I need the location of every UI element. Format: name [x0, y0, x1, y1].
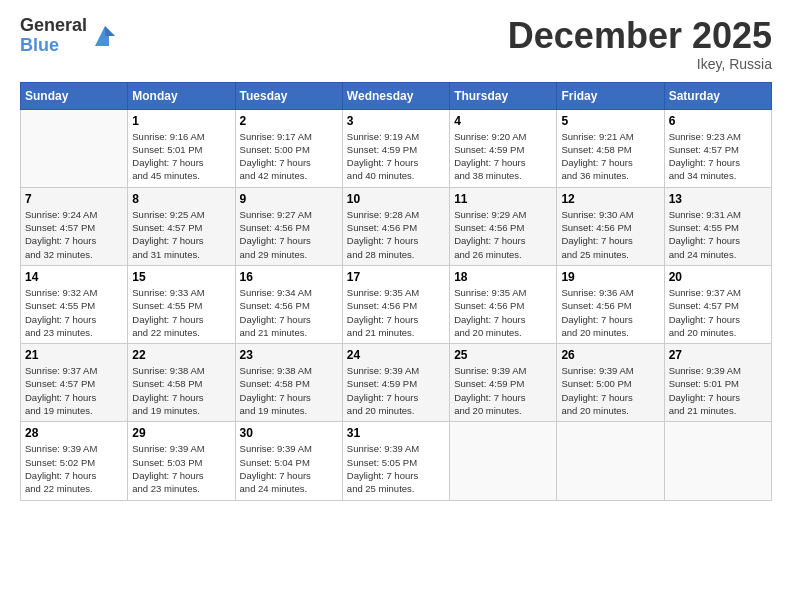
calendar-body: 1Sunrise: 9:16 AM Sunset: 5:01 PM Daylig…	[21, 109, 772, 500]
calendar-header: SundayMondayTuesdayWednesdayThursdayFrid…	[21, 82, 772, 109]
day-cell-15: 15Sunrise: 9:33 AM Sunset: 4:55 PM Dayli…	[128, 265, 235, 343]
day-info-27: Sunrise: 9:39 AM Sunset: 5:01 PM Dayligh…	[669, 364, 767, 417]
day-number-3: 3	[347, 114, 445, 128]
day-number-13: 13	[669, 192, 767, 206]
header-row: SundayMondayTuesdayWednesdayThursdayFrid…	[21, 82, 772, 109]
day-number-23: 23	[240, 348, 338, 362]
day-cell-6: 6Sunrise: 9:23 AM Sunset: 4:57 PM Daylig…	[664, 109, 771, 187]
day-info-24: Sunrise: 9:39 AM Sunset: 4:59 PM Dayligh…	[347, 364, 445, 417]
day-cell-11: 11Sunrise: 9:29 AM Sunset: 4:56 PM Dayli…	[450, 187, 557, 265]
day-number-1: 1	[132, 114, 230, 128]
empty-cell	[664, 422, 771, 500]
logo: General Blue	[20, 16, 119, 56]
day-cell-9: 9Sunrise: 9:27 AM Sunset: 4:56 PM Daylig…	[235, 187, 342, 265]
day-number-11: 11	[454, 192, 552, 206]
day-info-9: Sunrise: 9:27 AM Sunset: 4:56 PM Dayligh…	[240, 208, 338, 261]
day-cell-13: 13Sunrise: 9:31 AM Sunset: 4:55 PM Dayli…	[664, 187, 771, 265]
day-info-25: Sunrise: 9:39 AM Sunset: 4:59 PM Dayligh…	[454, 364, 552, 417]
empty-cell	[450, 422, 557, 500]
day-cell-31: 31Sunrise: 9:39 AM Sunset: 5:05 PM Dayli…	[342, 422, 449, 500]
day-cell-27: 27Sunrise: 9:39 AM Sunset: 5:01 PM Dayli…	[664, 344, 771, 422]
day-info-26: Sunrise: 9:39 AM Sunset: 5:00 PM Dayligh…	[561, 364, 659, 417]
day-info-29: Sunrise: 9:39 AM Sunset: 5:03 PM Dayligh…	[132, 442, 230, 495]
day-number-10: 10	[347, 192, 445, 206]
day-cell-2: 2Sunrise: 9:17 AM Sunset: 5:00 PM Daylig…	[235, 109, 342, 187]
day-number-16: 16	[240, 270, 338, 284]
day-info-14: Sunrise: 9:32 AM Sunset: 4:55 PM Dayligh…	[25, 286, 123, 339]
day-info-15: Sunrise: 9:33 AM Sunset: 4:55 PM Dayligh…	[132, 286, 230, 339]
day-number-12: 12	[561, 192, 659, 206]
day-number-29: 29	[132, 426, 230, 440]
day-info-18: Sunrise: 9:35 AM Sunset: 4:56 PM Dayligh…	[454, 286, 552, 339]
day-info-8: Sunrise: 9:25 AM Sunset: 4:57 PM Dayligh…	[132, 208, 230, 261]
day-number-27: 27	[669, 348, 767, 362]
day-info-6: Sunrise: 9:23 AM Sunset: 4:57 PM Dayligh…	[669, 130, 767, 183]
day-cell-10: 10Sunrise: 9:28 AM Sunset: 4:56 PM Dayli…	[342, 187, 449, 265]
day-cell-16: 16Sunrise: 9:34 AM Sunset: 4:56 PM Dayli…	[235, 265, 342, 343]
column-header-saturday: Saturday	[664, 82, 771, 109]
column-header-tuesday: Tuesday	[235, 82, 342, 109]
location: Ikey, Russia	[508, 56, 772, 72]
day-number-19: 19	[561, 270, 659, 284]
day-number-25: 25	[454, 348, 552, 362]
title-block: December 2025 Ikey, Russia	[508, 16, 772, 72]
day-info-23: Sunrise: 9:38 AM Sunset: 4:58 PM Dayligh…	[240, 364, 338, 417]
month-title: December 2025	[508, 16, 772, 56]
day-number-14: 14	[25, 270, 123, 284]
day-info-11: Sunrise: 9:29 AM Sunset: 4:56 PM Dayligh…	[454, 208, 552, 261]
day-cell-12: 12Sunrise: 9:30 AM Sunset: 4:56 PM Dayli…	[557, 187, 664, 265]
svg-marker-1	[105, 26, 115, 36]
week-row-1: 1Sunrise: 9:16 AM Sunset: 5:01 PM Daylig…	[21, 109, 772, 187]
day-cell-24: 24Sunrise: 9:39 AM Sunset: 4:59 PM Dayli…	[342, 344, 449, 422]
week-row-5: 28Sunrise: 9:39 AM Sunset: 5:02 PM Dayli…	[21, 422, 772, 500]
logo-general-text: General	[20, 16, 87, 36]
day-cell-29: 29Sunrise: 9:39 AM Sunset: 5:03 PM Dayli…	[128, 422, 235, 500]
week-row-2: 7Sunrise: 9:24 AM Sunset: 4:57 PM Daylig…	[21, 187, 772, 265]
logo-icon	[91, 22, 119, 50]
day-number-21: 21	[25, 348, 123, 362]
day-cell-4: 4Sunrise: 9:20 AM Sunset: 4:59 PM Daylig…	[450, 109, 557, 187]
day-cell-28: 28Sunrise: 9:39 AM Sunset: 5:02 PM Dayli…	[21, 422, 128, 500]
day-info-12: Sunrise: 9:30 AM Sunset: 4:56 PM Dayligh…	[561, 208, 659, 261]
day-cell-17: 17Sunrise: 9:35 AM Sunset: 4:56 PM Dayli…	[342, 265, 449, 343]
page: General Blue December 2025 Ikey, Russia …	[0, 0, 792, 612]
day-cell-5: 5Sunrise: 9:21 AM Sunset: 4:58 PM Daylig…	[557, 109, 664, 187]
day-info-5: Sunrise: 9:21 AM Sunset: 4:58 PM Dayligh…	[561, 130, 659, 183]
day-number-22: 22	[132, 348, 230, 362]
empty-cell	[21, 109, 128, 187]
logo-blue-text: Blue	[20, 36, 87, 56]
day-cell-1: 1Sunrise: 9:16 AM Sunset: 5:01 PM Daylig…	[128, 109, 235, 187]
week-row-3: 14Sunrise: 9:32 AM Sunset: 4:55 PM Dayli…	[21, 265, 772, 343]
day-number-30: 30	[240, 426, 338, 440]
day-info-21: Sunrise: 9:37 AM Sunset: 4:57 PM Dayligh…	[25, 364, 123, 417]
column-header-sunday: Sunday	[21, 82, 128, 109]
day-cell-20: 20Sunrise: 9:37 AM Sunset: 4:57 PM Dayli…	[664, 265, 771, 343]
day-info-31: Sunrise: 9:39 AM Sunset: 5:05 PM Dayligh…	[347, 442, 445, 495]
day-number-4: 4	[454, 114, 552, 128]
week-row-4: 21Sunrise: 9:37 AM Sunset: 4:57 PM Dayli…	[21, 344, 772, 422]
empty-cell	[557, 422, 664, 500]
day-info-4: Sunrise: 9:20 AM Sunset: 4:59 PM Dayligh…	[454, 130, 552, 183]
day-cell-7: 7Sunrise: 9:24 AM Sunset: 4:57 PM Daylig…	[21, 187, 128, 265]
day-info-30: Sunrise: 9:39 AM Sunset: 5:04 PM Dayligh…	[240, 442, 338, 495]
day-info-20: Sunrise: 9:37 AM Sunset: 4:57 PM Dayligh…	[669, 286, 767, 339]
day-number-24: 24	[347, 348, 445, 362]
header: General Blue December 2025 Ikey, Russia	[20, 16, 772, 72]
day-info-28: Sunrise: 9:39 AM Sunset: 5:02 PM Dayligh…	[25, 442, 123, 495]
day-cell-14: 14Sunrise: 9:32 AM Sunset: 4:55 PM Dayli…	[21, 265, 128, 343]
day-info-1: Sunrise: 9:16 AM Sunset: 5:01 PM Dayligh…	[132, 130, 230, 183]
day-info-7: Sunrise: 9:24 AM Sunset: 4:57 PM Dayligh…	[25, 208, 123, 261]
day-number-26: 26	[561, 348, 659, 362]
day-cell-3: 3Sunrise: 9:19 AM Sunset: 4:59 PM Daylig…	[342, 109, 449, 187]
day-cell-8: 8Sunrise: 9:25 AM Sunset: 4:57 PM Daylig…	[128, 187, 235, 265]
day-number-15: 15	[132, 270, 230, 284]
column-header-monday: Monday	[128, 82, 235, 109]
column-header-wednesday: Wednesday	[342, 82, 449, 109]
day-cell-21: 21Sunrise: 9:37 AM Sunset: 4:57 PM Dayli…	[21, 344, 128, 422]
day-cell-19: 19Sunrise: 9:36 AM Sunset: 4:56 PM Dayli…	[557, 265, 664, 343]
day-info-22: Sunrise: 9:38 AM Sunset: 4:58 PM Dayligh…	[132, 364, 230, 417]
day-cell-22: 22Sunrise: 9:38 AM Sunset: 4:58 PM Dayli…	[128, 344, 235, 422]
day-info-13: Sunrise: 9:31 AM Sunset: 4:55 PM Dayligh…	[669, 208, 767, 261]
day-info-19: Sunrise: 9:36 AM Sunset: 4:56 PM Dayligh…	[561, 286, 659, 339]
day-number-18: 18	[454, 270, 552, 284]
